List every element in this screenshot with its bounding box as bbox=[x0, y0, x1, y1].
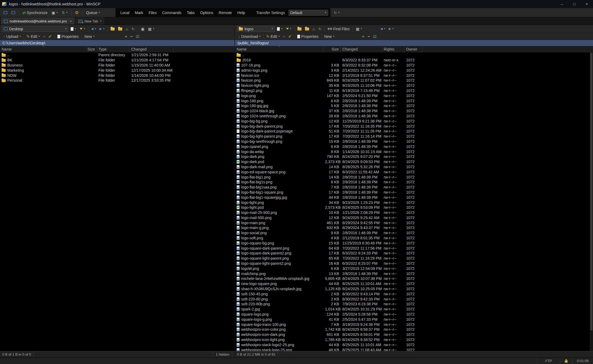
local-hidden-count[interactable]: 1 hidden bbox=[213, 351, 232, 358]
menu-options[interactable]: Options bbox=[197, 9, 216, 16]
remote-view-style-button[interactable]: ▦ ▾ bbox=[355, 26, 363, 32]
remote-edit-button[interactable]: ✎ Edit ▾ bbox=[265, 34, 281, 39]
remote-invert-selection-button[interactable]: ☑ bbox=[372, 34, 378, 39]
column-header-owner[interactable]: Owner bbox=[405, 46, 422, 52]
table-row[interactable]: soft-150-45.png2 KB8/30/2022 9:43:14 PMr… bbox=[235, 291, 593, 296]
table-row[interactable]: logo-square-bg.png15 KB11/25/2019 6:30:4… bbox=[235, 240, 593, 246]
synchronize-button[interactable]: ⇄ Synchronize bbox=[21, 10, 49, 16]
remote-parent-directory-button[interactable] bbox=[304, 26, 310, 31]
table-row[interactable]: logo-square-light-parent.png65 KB7/20/20… bbox=[235, 256, 593, 261]
table-row[interactable]: logo-flat-big1-squarejpg.jpg44 KB2/8/201… bbox=[235, 195, 593, 200]
column-header-changed[interactable]: Changed bbox=[130, 46, 173, 52]
local-select-button[interactable]: + bbox=[124, 34, 129, 39]
local-refresh-button[interactable]: ↻ bbox=[130, 26, 136, 32]
table-row[interactable]: logo-180.png6 KB2/8/2018 1:48:39 PMrw-r-… bbox=[235, 98, 593, 103]
local-edit-button[interactable]: ✎ Edit ▾ bbox=[25, 34, 41, 39]
table-row[interactable]: logo-flat-big1saa.png7 KB2/8/2018 1:48:3… bbox=[235, 185, 593, 190]
table-row[interactable]: logo-big-seethrough.png15 KB2/8/2018 1:4… bbox=[235, 139, 593, 144]
table-row[interactable]: webhostpro-stack-logo-25.png48 KB8/25/20… bbox=[235, 347, 593, 351]
table-row[interactable]: logo-main-g.png832 KB8/29/2024 9:43:37 P… bbox=[235, 225, 593, 230]
table-row[interactable]: logo-light.psd2,573 KB8/24/2025 9:53:09 … bbox=[235, 205, 593, 210]
table-row[interactable]: logo-mail-500.png12 KB9/24/2025 9:25:42 … bbox=[235, 215, 593, 220]
table-row[interactable]: logo-da.webp8 KB1/14/2026 10:31:15 AMrw-… bbox=[235, 149, 593, 154]
table-row[interactable]: favicon.ico12 KB2/12/2019 8:37:51 PMrw-r… bbox=[235, 73, 593, 78]
remote-back-button[interactable]: ◀ ▾ bbox=[379, 27, 387, 31]
remote-delete-button[interactable]: × bbox=[281, 34, 286, 39]
column-header-size[interactable]: Size bbox=[87, 46, 97, 52]
close-tab-icon[interactable]: × bbox=[70, 19, 72, 23]
table-row[interactable]: square-logo.png124 KB2/5/2024 5:28:58 PM… bbox=[235, 312, 593, 317]
table-row[interactable]: webhostpro-stack-logo2-25.png44 KB8/25/2… bbox=[235, 342, 593, 347]
remote-rename-button[interactable]: ✐ bbox=[287, 34, 293, 39]
menu-local[interactable]: Local bbox=[118, 9, 132, 16]
column-header-name[interactable]: Name^ bbox=[235, 46, 323, 52]
local-properties-button[interactable]: Properties bbox=[56, 34, 80, 39]
remote-refresh-button[interactable]: ↻ bbox=[317, 26, 323, 32]
table-row[interactable]: logo-cpanel.png6 KB2/8/2018 1:48:39 PMrw… bbox=[235, 144, 593, 149]
remote-filter-button[interactable]: ▾ bbox=[285, 27, 293, 31]
session-button[interactable] bbox=[2, 10, 9, 15]
table-row[interactable]: logo-big-dark-parent.pspimage51 KB7/20/2… bbox=[235, 129, 593, 134]
remote-new-button[interactable]: New ▾ bbox=[323, 34, 336, 39]
protocol-status[interactable]: FTP bbox=[537, 358, 560, 364]
remote-directory-selector[interactable]: logos ▾ bbox=[237, 26, 275, 32]
table-row[interactable]: logo.png147 KB2/5/2024 5:21:50 PMrw-r--r… bbox=[235, 93, 593, 98]
table-row[interactable]: PersonalFile folder12/17/2025 3:53:35 PM bbox=[0, 78, 234, 83]
table-row[interactable]: logo-180-jpg.jpg5 KB2/8/2018 1:48:38 PMr… bbox=[235, 103, 593, 108]
table-row[interactable]: NOWFile folder1/14/2026 10:44:00 PM bbox=[0, 73, 234, 78]
table-row[interactable]: BKFile folder1/21/2026 4:17:04 PM bbox=[0, 58, 234, 63]
table-row[interactable]: square-logo-g.png41 KB2/5/2024 5:47:33 P… bbox=[235, 317, 593, 322]
table-row[interactable]: logo-square-dark-parent.png64 KB7/20/202… bbox=[235, 246, 593, 251]
sync-browsing-button[interactable]: ⇅ ▾ bbox=[61, 10, 69, 15]
table-row[interactable]: 20186/3/2022 8:33:37 PMrwxr-xr-x1072 bbox=[235, 58, 593, 63]
table-row[interactable]: logo-ed-square-space.png17 KB6/3/2022 11… bbox=[235, 169, 593, 174]
table-row[interactable]: admin-logo.png3 KB2/14/2021 12:24:26 AMr… bbox=[235, 68, 593, 73]
local-delete-button[interactable]: × bbox=[42, 34, 47, 39]
new-tab-button[interactable]: New Tab ▾ bbox=[76, 18, 104, 25]
find-files-button[interactable]: Find Files bbox=[326, 26, 351, 32]
local-open-directory-button[interactable] bbox=[109, 26, 116, 31]
remote-path-bar[interactable]: /public_html/logos/ bbox=[235, 40, 593, 46]
console-button[interactable]: ▣ ▾ bbox=[50, 10, 59, 15]
menu-files[interactable]: Files bbox=[146, 9, 160, 16]
table-row[interactable]: logo-big-light-parent.png17 KB7/20/2022 … bbox=[235, 134, 593, 139]
menu-help[interactable]: Help bbox=[235, 9, 248, 16]
remote-open-directory-button[interactable] bbox=[296, 26, 303, 31]
table-row[interactable]: logoW.png6 KB3/27/2019 12:54:09 PMrw-r--… bbox=[235, 266, 593, 271]
table-row[interactable]: logo-dark.png790 KB8/24/2025 9:07:20 PMr… bbox=[235, 154, 593, 159]
table-row[interactable]: logo-social.png9 KB2/8/2018 1:48:39 PMrw… bbox=[235, 230, 593, 236]
transfer-settings-selector[interactable]: Default ▾ bbox=[289, 10, 328, 16]
menu-commands[interactable]: Commands bbox=[159, 9, 184, 16]
table-row[interactable]: logo-big-dark-parent.png17 KB7/20/2022 1… bbox=[235, 124, 593, 129]
table-row[interactable]: webhostpro-icon-color.png1,742 KB8/24/20… bbox=[235, 327, 593, 332]
table-row[interactable]: mailchimp.png13 KB2/8/2018 1:48:39 PMrw-… bbox=[235, 271, 593, 276]
table-row[interactable]: logo-flat-big1-square.png17 KB2/8/2018 1… bbox=[235, 190, 593, 195]
table-row[interactable]: spark-2.jpg1,014 KB8/24/2025 10:31:29 PM… bbox=[235, 307, 593, 312]
table-row[interactable]: new-logo-square.png44 KB8/25/2025 11:10:… bbox=[235, 281, 593, 286]
local-directory-menu-button[interactable]: ▾ bbox=[69, 26, 78, 32]
table-row[interactable]: 107-16.png3 KB6/3/2022 8:32:08 PMrw-r--r… bbox=[235, 63, 593, 68]
local-home-button[interactable]: ⌂ bbox=[124, 26, 129, 32]
local-copy-button[interactable]: ▣ bbox=[140, 26, 146, 32]
column-header-type[interactable]: Type bbox=[97, 46, 130, 52]
table-row[interactable]: logo-big-bg.png12 KB11/25/2019 6:21:38 P… bbox=[235, 118, 593, 124]
download-button[interactable]: ↓ Download ▾ bbox=[237, 34, 262, 39]
table-row[interactable]: logo-dark-mail.png14 KB8/28/2025 5:32:26… bbox=[235, 164, 593, 170]
table-row[interactable]: logo-flat-big1.png14 KB2/8/2018 1:48:39 … bbox=[235, 174, 593, 180]
table-row[interactable]: logo-light.png34 KB9/23/2025 1:25:23 PMr… bbox=[235, 200, 593, 205]
column-header-size[interactable]: Size bbox=[323, 46, 341, 52]
table-row[interactable]: logo-1024-seethrough.png28 KB2/8/2018 1:… bbox=[235, 114, 593, 119]
table-row[interactable]: logo-dark.psd2,373 KB8/24/2025 9:09:53 P… bbox=[235, 159, 593, 164]
upload-button[interactable]: ↑ Upload ▾ bbox=[2, 34, 22, 39]
menu-mark[interactable]: Mark bbox=[132, 9, 146, 16]
column-header-rights[interactable]: Rights bbox=[382, 46, 405, 52]
table-row[interactable]: michele-lana-2r6ehzw8MiA-unsplash.jpg5,6… bbox=[235, 276, 593, 281]
remote-home-button[interactable]: ⌂ bbox=[311, 26, 316, 32]
table-row[interactable]: ..Parent directory1/21/2026 2:58:31 PM bbox=[0, 52, 234, 58]
table-row[interactable]: logo-mail-25-500.png10 KB1/21/2026 2:08:… bbox=[235, 210, 593, 215]
maximize-button[interactable]: □ bbox=[568, 0, 581, 8]
local-path-bar[interactable]: C:\Users\webho\Desktop\ bbox=[0, 40, 234, 46]
new-session-button[interactable] bbox=[10, 10, 16, 15]
table-row[interactable]: soft-220-80.png2 KB8/30/2022 9:42:33 PMr… bbox=[235, 296, 593, 302]
local-view-style-button[interactable]: ▦ ▾ bbox=[147, 26, 156, 32]
